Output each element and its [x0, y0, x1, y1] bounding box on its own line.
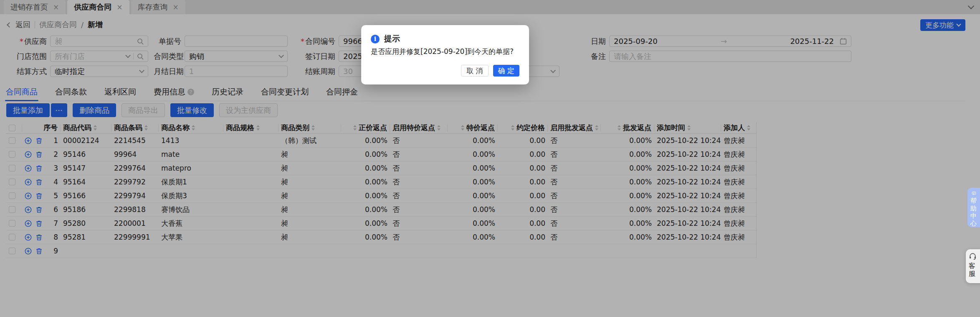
confirm-button[interactable]: 确 定 [493, 65, 519, 77]
info-icon: i [371, 35, 380, 43]
customer-service-fab[interactable]: 客服 [966, 249, 980, 283]
dialog-header: i 提示 [371, 33, 400, 44]
chat-bubble-icon [970, 192, 977, 195]
help-center-label: 帮助中心 [970, 197, 977, 227]
cancel-button[interactable]: 取 消 [461, 65, 488, 77]
headset-icon [969, 253, 977, 260]
help-center-fab[interactable]: 帮助中心 [967, 188, 980, 227]
app-screen: 进销存首页 × 供应商合同 × 库存查询 × 返回 供应商合同 / 新增 更多功… [0, 0, 980, 317]
confirm-dialog: i 提示 是否应用并修复[2025-09-20]到今天的单据? 取 消 确 定 [361, 25, 529, 84]
dialog-message: 是否应用并修复[2025-09-20]到今天的单据? [371, 47, 521, 56]
dialog-buttons: 取 消 确 定 [461, 65, 519, 77]
customer-service-label: 客服 [969, 262, 976, 278]
dialog-title: 提示 [384, 33, 400, 44]
